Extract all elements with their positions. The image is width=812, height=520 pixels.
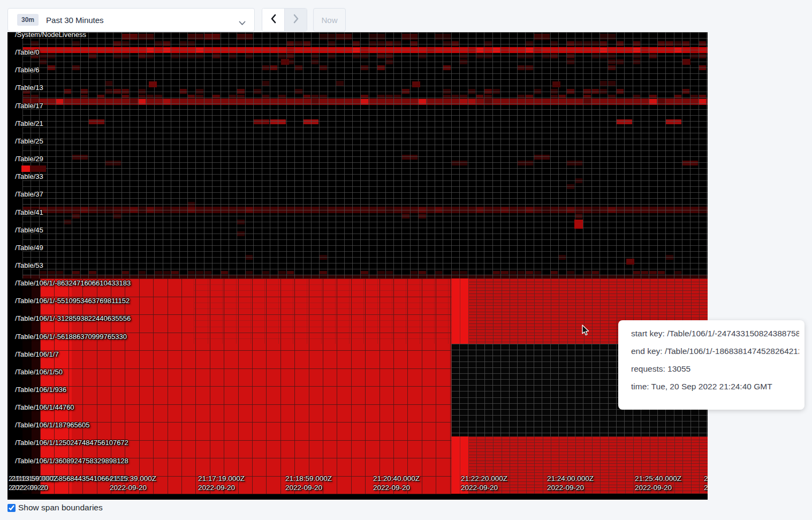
chevron-left-icon bbox=[270, 14, 277, 26]
tooltip-requests: requests: 13055 bbox=[631, 364, 799, 374]
next-time-button[interactable] bbox=[284, 9, 307, 31]
now-button-label: Now bbox=[321, 16, 337, 25]
prev-time-button[interactable] bbox=[262, 9, 284, 31]
time-nav-group bbox=[262, 8, 307, 32]
chevron-down-icon bbox=[239, 18, 246, 28]
footer: Show span boundaries bbox=[7, 503, 103, 513]
tooltip-time: time: Tue, 20 Sep 2022 21:24:40 GMT bbox=[631, 382, 799, 391]
tooltip-end-key: end key: /Table/106/1/-18683814745282642… bbox=[631, 346, 799, 356]
key-visualizer-heatmap[interactable]: /System/NodeLiveness/Table/0/Table/6/Tab… bbox=[7, 32, 708, 500]
toolbar: 30m Past 30 Minutes Now bbox=[0, 0, 812, 32]
time-range-select[interactable]: 30m Past 30 Minutes bbox=[7, 8, 255, 32]
tooltip-start-key: start key: /Table/106/1/-247433150824388… bbox=[631, 329, 799, 338]
chevron-right-icon bbox=[292, 14, 300, 26]
cell-tooltip: start key: /Table/106/1/-247433150824388… bbox=[618, 320, 805, 410]
time-range-label: Past 30 Minutes bbox=[46, 16, 104, 25]
span-boundaries-label[interactable]: Show span boundaries bbox=[18, 503, 103, 513]
span-boundaries-checkbox[interactable] bbox=[7, 504, 16, 512]
time-range-badge: 30m bbox=[17, 14, 39, 26]
now-button[interactable]: Now bbox=[313, 8, 346, 32]
